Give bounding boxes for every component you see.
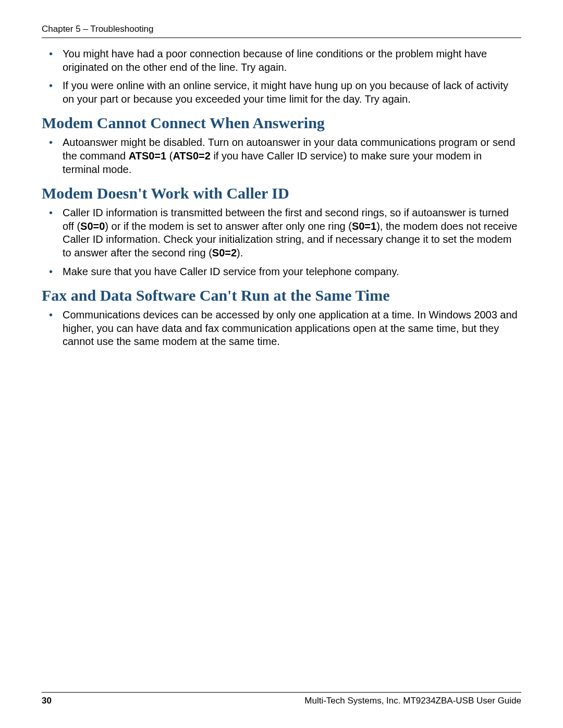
list-item-text: You might have had a poor connection bec… (63, 48, 487, 73)
list-item-text: Communications devices can be accessed b… (63, 309, 518, 347)
text-fragment: ). (237, 247, 243, 258)
list-item: •Communications devices can be accessed … (42, 309, 521, 349)
chapter-title: Chapter 5 – Troubleshooting (42, 24, 154, 34)
bold-fragment: S0=1 (352, 220, 376, 232)
section-heading: Modem Cannot Connect When Answering (42, 114, 521, 132)
bullet-icon: • (49, 47, 53, 61)
bullet-icon: • (49, 206, 53, 220)
page-footer: 30 Multi-Tech Systems, Inc. MT9234ZBA-US… (42, 692, 521, 706)
list-item-text: Make sure that you have Caller ID servic… (63, 266, 399, 277)
text-fragment: ( (166, 150, 173, 162)
bullet-list: •Autoanswer might be disabled. Turn on a… (42, 136, 521, 176)
bullet-icon: • (49, 309, 53, 322)
running-header: Chapter 5 – Troubleshooting (42, 24, 521, 38)
list-item: •You might have had a poor connection be… (42, 47, 521, 74)
footer-guide-title: Multi-Tech Systems, Inc. MT9234ZBA-USB U… (304, 696, 521, 706)
bullet-icon: • (49, 79, 53, 93)
bullet-icon: • (49, 265, 53, 279)
bullet-list: •Communications devices can be accessed … (42, 309, 521, 349)
page-content: •You might have had a poor connection be… (42, 47, 521, 349)
list-item: •If you were online with an online servi… (42, 79, 521, 106)
bold-fragment: S0=0 (80, 220, 105, 232)
list-item-text: Caller ID information is transmitted bet… (63, 207, 517, 258)
page-number: 30 (42, 696, 52, 706)
bold-fragment: ATS0=2 (173, 150, 210, 162)
bold-fragment: ATS0=1 (129, 150, 166, 162)
list-item: •Make sure that you have Caller ID servi… (42, 265, 521, 279)
bullet-list: •Caller ID information is transmitted be… (42, 206, 521, 278)
bold-fragment: S0=2 (212, 247, 237, 258)
page: Chapter 5 – Troubleshooting •You might h… (0, 0, 563, 728)
list-item: •Autoanswer might be disabled. Turn on a… (42, 136, 521, 176)
text-fragment: ) or if the modem is set to answer after… (105, 220, 352, 232)
list-item: •Caller ID information is transmitted be… (42, 206, 521, 260)
bullet-icon: • (49, 136, 53, 150)
intro-bullet-list: •You might have had a poor connection be… (42, 47, 521, 106)
list-item-text: Autoanswer might be disabled. Turn on au… (63, 137, 515, 175)
sections: Modem Cannot Connect When Answering•Auto… (42, 114, 521, 349)
section-heading: Fax and Data Software Can't Run at the S… (42, 287, 521, 304)
list-item-text: If you were online with an online servic… (63, 80, 508, 105)
section-heading: Modem Doesn't Work with Caller ID (42, 184, 521, 202)
